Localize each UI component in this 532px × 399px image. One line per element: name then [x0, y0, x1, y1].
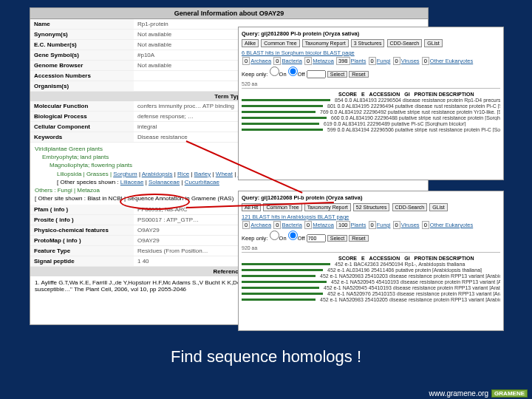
blast2-hit-header: SCORE E ACCESSION GI PROTEIN DESCRIPTION — [242, 256, 500, 261]
link-metazoa[interactable]: Metazoa — [313, 58, 334, 64]
link-plants[interactable]: Plants — [351, 58, 366, 64]
col-gi-2: GI — [404, 256, 409, 261]
hit-row[interactable]: 452 e-1 NA520976 25410153 disease resist… — [242, 291, 500, 296]
hit-row[interactable]: 769 0.0 AL834192 22296492 putative strip… — [242, 109, 500, 115]
count-archaea: 0 — [242, 57, 250, 65]
link-bacteria-2[interactable]: Bacteria — [282, 222, 302, 228]
btn-glist-2[interactable]: GList — [429, 203, 447, 211]
btn-structures[interactable]: 3 Structures — [351, 39, 385, 47]
keep-on-radio[interactable] — [270, 66, 279, 76]
col-accession: ACCESSION — [369, 92, 400, 97]
link-solanaceae[interactable]: Solanaceae — [149, 179, 180, 185]
row-ec-label: E.C. Number(s) — [30, 40, 134, 50]
hit-bar — [242, 99, 330, 101]
hit-row[interactable]: 854 0.0 AL834193 22296504 disease resist… — [242, 98, 500, 103]
btn-structures-2[interactable]: 52 Structures — [353, 203, 390, 211]
hit-row[interactable]: 801 0.0 AL834195 22296494 putative disea… — [242, 103, 500, 109]
col-desc-2: PROTEIN DESCRIPTION — [415, 256, 474, 261]
hit-row[interactable]: 452 e-1 NA520945 45410193 disease resist… — [242, 279, 500, 284]
link-rice[interactable]: Rice — [177, 171, 189, 177]
btn-common-tree[interactable]: Common Tree — [261, 39, 299, 47]
link-wheat[interactable]: Wheat — [216, 171, 233, 177]
hit-row[interactable]: 452 e-1 NA520983 25410205 disease resist… — [242, 297, 500, 302]
hit-row[interactable]: 619 0.0 AL834191 22296489 putative Pi-sC… — [242, 121, 500, 126]
count-archaea-2: 0 — [242, 221, 250, 229]
hit-row[interactable]: 452 e-1 BAC42363 26450194 Rp1-, Arabidop… — [242, 262, 500, 267]
btn-cdd-2[interactable]: CDD-Search — [392, 203, 428, 211]
row-prosite-label: Prosite ( info ) — [30, 215, 134, 225]
blast2-toolbar: Ali Hit Common Tree Taxonomy Report 52 S… — [242, 203, 500, 211]
link-liliaceae[interactable]: Liliaceae — [120, 179, 144, 185]
btn-tax-report-2[interactable]: Taxonomy Report — [304, 203, 351, 211]
keep-on-radio-2[interactable] — [270, 231, 279, 240]
hit-meta: 452 e-1 NA520945 45410193 disease resist… — [324, 285, 500, 290]
btn-alike[interactable]: Alike — [242, 39, 259, 47]
blast1-hitline[interactable]: 6 BLAST hits in Sorghum bicolor BLAST pa… — [242, 50, 355, 56]
link-barley[interactable]: Barley — [194, 171, 211, 177]
blast1-keep-only: Keep only: On Off Select Reset — [242, 66, 500, 78]
keep-off-radio-2[interactable] — [288, 231, 298, 240]
row-name-label: Name — [30, 19, 134, 30]
link-archaea[interactable]: Archaea — [250, 58, 271, 64]
row-gene-label: Gene Symbol(s) — [30, 50, 134, 61]
count-bacteria-2: 0 — [273, 221, 281, 229]
hit-bar — [242, 299, 316, 301]
hit-meta: 854 0.0 AL834193 22296504 disease resist… — [335, 98, 500, 103]
row-synonym-label: Synonym(s) — [30, 30, 134, 40]
hit-row[interactable]: 452 e-1 NA520945 45410193 disease resist… — [242, 285, 500, 290]
link-bacteria[interactable]: Bacteria — [282, 58, 302, 64]
keep-off-label: Off — [298, 71, 305, 78]
blast2-keep-only: Keep only: On Off Select Reset — [242, 231, 500, 242]
count-other-euk-2: 0 — [422, 221, 429, 229]
slide-headline: Find sequence homologs ! — [0, 347, 532, 366]
keep-value-input[interactable] — [307, 70, 326, 78]
footer-badge: GRAMENE — [491, 389, 528, 398]
blast1-toolbar: Alike Common Tree Taxonomy Report 3 Stru… — [242, 39, 500, 47]
link-cucurb[interactable]: Cucurbitacae — [185, 179, 219, 185]
select-button[interactable]: Select — [327, 71, 347, 78]
link-other-euk-2[interactable]: Other Eukaryotes — [430, 222, 473, 228]
link-metazoa-2[interactable]: Metazoa — [313, 222, 334, 228]
row-protomap-label: ProtoMap ( info ) — [30, 236, 134, 246]
link-plants-2[interactable]: Plants — [351, 222, 366, 228]
hit-row[interactable]: 452 e-1 AL034196 25411406 putative prote… — [242, 267, 500, 273]
count-bacteria: 0 — [273, 57, 281, 65]
link-fungi-2[interactable]: Fungi — [377, 222, 391, 228]
hit-row[interactable]: 452 e-1 NA520983 25410203 disease resist… — [242, 273, 500, 279]
keep-value-input-2[interactable] — [307, 234, 326, 242]
link-viruses[interactable]: Viruses — [401, 58, 420, 64]
col-score: SCORE — [338, 92, 357, 97]
blast2-hitline[interactable]: 121 BLAST hits in Arabidopsis BLAST page — [242, 214, 349, 220]
link-arabidopsis[interactable]: Arabidopsis — [142, 171, 173, 177]
btn-tax-report[interactable]: Taxonomy Report — [302, 39, 349, 47]
link-other-euk[interactable]: Other Eukaryotes — [430, 58, 473, 64]
reset-button-2[interactable]: Reset — [349, 235, 368, 242]
reset-button[interactable]: Reset — [349, 71, 368, 78]
hit-meta: 660 0.0 AL834190 22296488 putative strip… — [331, 115, 500, 120]
blast-panel-sorghum: Query: gi|2612800 Pi-b protein (Oryza sa… — [238, 27, 504, 180]
link-viruses-2[interactable]: Viruses — [401, 222, 420, 228]
slide-footer: www.gramene.org GRAMENE — [429, 389, 528, 398]
btn-common-tree-2[interactable]: Common Tree — [263, 203, 301, 211]
hit-meta: 452 e-1 NA520983 25410203 disease resist… — [320, 273, 500, 279]
hit-bar — [242, 117, 327, 119]
count-metazoa: 0 — [304, 57, 312, 65]
btn-cdd[interactable]: CDD-Search — [387, 39, 423, 47]
hit-bar — [242, 123, 319, 125]
hit-meta: 801 0.0 AL834195 22296494 putative disea… — [327, 103, 500, 109]
link-archaea-2[interactable]: Archaea — [250, 222, 271, 228]
count-viruses: 0 — [393, 57, 400, 65]
panel-title: General Information about O9AY29 — [30, 8, 428, 19]
btn-alihit[interactable]: Ali Hit — [242, 203, 261, 211]
blast1-hit-header: SCORE E ACCESSION GI PROTEIN DESCRIPTION — [242, 92, 500, 97]
hit-row[interactable]: 660 0.0 AL834190 22296488 putative strip… — [242, 115, 500, 120]
col-score-2: SCORE — [338, 256, 357, 261]
select-button-2[interactable]: Select — [327, 235, 347, 242]
row-signal-label: Signal peptide — [30, 256, 134, 267]
link-sorghum[interactable]: Sorghum — [113, 171, 137, 177]
keep-on-label-2: On — [279, 235, 287, 242]
keep-off-radio[interactable] — [288, 66, 298, 76]
hit-row[interactable]: 599 0.0 AL834194 22296506 putative strip… — [242, 127, 500, 132]
link-fungi[interactable]: Fungi — [377, 58, 391, 64]
btn-glist[interactable]: GList — [424, 39, 442, 47]
